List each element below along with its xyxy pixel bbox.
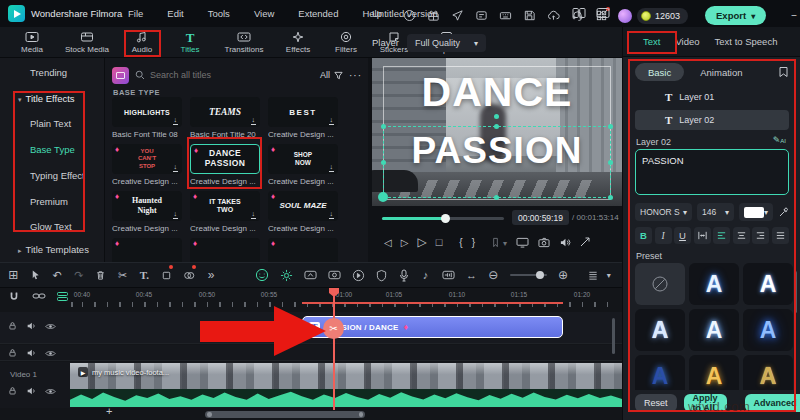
tab-titles[interactable]: T Titles <box>168 27 212 57</box>
tab-audio[interactable]: Audio <box>120 27 164 57</box>
template-partial[interactable] <box>112 238 182 262</box>
workspace-grid-icon[interactable] <box>8 266 19 284</box>
menu-file[interactable]: File <box>128 8 143 19</box>
menu-tools[interactable]: Tools <box>208 8 230 19</box>
selection-handle-large[interactable] <box>378 192 388 202</box>
template-you-cant-stop[interactable]: YOU CAN'T STOP Creative Design ... <box>112 144 182 186</box>
preset-none[interactable] <box>635 263 685 305</box>
font-size-select[interactable]: 146 <box>697 203 734 221</box>
download-icon[interactable] <box>173 116 179 125</box>
selection-handle[interactable] <box>608 124 613 129</box>
sync-status-icon[interactable] <box>402 8 417 23</box>
sidebar-item-title-templates[interactable]: ▸Title Templates <box>18 244 89 255</box>
tab-effects[interactable]: Effects <box>276 27 320 57</box>
preset-style[interactable]: A <box>689 263 739 305</box>
previous-frame-button[interactable] <box>384 237 392 248</box>
hide-track-icon[interactable] <box>45 321 56 331</box>
export-button[interactable]: Export <box>705 6 766 25</box>
mark-in-button[interactable] <box>459 237 462 248</box>
auto-ripple-icon[interactable] <box>56 291 69 302</box>
selection-handle[interactable] <box>494 195 499 200</box>
fullscreen-button[interactable] <box>580 237 590 247</box>
sidebar-item-premium[interactable]: Premium <box>30 196 68 207</box>
gift-icon[interactable] <box>426 8 441 23</box>
crop-icon[interactable] <box>161 266 172 284</box>
undo-icon[interactable] <box>52 266 63 284</box>
download-icon[interactable] <box>173 210 179 219</box>
tab-stock-media[interactable]: Stock Media <box>58 27 116 57</box>
lock-icon[interactable] <box>8 321 17 331</box>
user-avatar[interactable] <box>618 9 632 23</box>
add-text-icon[interactable] <box>139 266 150 284</box>
selection-handle[interactable] <box>381 160 386 165</box>
timeline-vertical-scrollbar[interactable] <box>612 318 615 354</box>
template-partial[interactable] <box>268 238 338 262</box>
voiceover-mic-icon[interactable] <box>398 266 409 284</box>
download-icon[interactable] <box>329 210 335 219</box>
cloud-upload-icon[interactable] <box>546 8 561 23</box>
selection-text-box[interactable] <box>383 126 611 198</box>
subtab-basic[interactable]: Basic <box>635 63 684 81</box>
seek-slider[interactable] <box>382 217 504 220</box>
seek-knob[interactable] <box>441 214 450 223</box>
layer-text-input[interactable]: PASSION <box>635 149 789 195</box>
track-height-chevron-icon[interactable] <box>603 266 614 284</box>
reset-button[interactable]: Reset <box>635 394 677 412</box>
preset-style[interactable]: A <box>635 309 685 351</box>
preset-style[interactable]: A <box>689 309 739 351</box>
letter-spacing-button[interactable] <box>694 227 711 244</box>
timeline-zoom-slider[interactable] <box>510 274 547 276</box>
align-right-button[interactable] <box>752 227 769 244</box>
download-icon[interactable] <box>329 116 335 125</box>
next-frame-button[interactable] <box>401 237 409 248</box>
tab-video[interactable]: Video <box>675 36 699 47</box>
delete-icon[interactable] <box>95 266 106 284</box>
italic-button[interactable]: I <box>655 227 672 244</box>
select-cursor-icon[interactable] <box>30 266 41 284</box>
playhead[interactable] <box>333 288 335 410</box>
more-tools-icon[interactable] <box>206 266 217 284</box>
zoom-slider-knob[interactable] <box>536 271 544 279</box>
keyboard-shortcut-icon[interactable] <box>498 8 513 23</box>
hide-track-icon[interactable] <box>45 386 56 396</box>
snap-magnet-icon[interactable] <box>8 291 20 303</box>
bold-button[interactable]: B <box>635 227 652 244</box>
preset-style[interactable]: A <box>743 309 793 351</box>
scroll-handle[interactable] <box>207 412 212 417</box>
promote-icon[interactable] <box>450 8 465 23</box>
template-basic-font-08[interactable]: HIGHLIGHTS Basic Font Title 08 <box>112 97 182 139</box>
font-family-select[interactable]: HONOR S <box>635 203 692 221</box>
volume-button[interactable] <box>559 237 571 248</box>
ai-edit-pencil-icon[interactable]: ✎AI <box>773 135 786 145</box>
subtab-animation[interactable]: Animation <box>700 67 742 78</box>
motion-tracking-icon[interactable] <box>280 266 293 284</box>
filter-all-dropdown[interactable]: All <box>320 70 343 80</box>
split-scissors-icon[interactable] <box>117 266 128 284</box>
underline-button[interactable]: U <box>674 227 691 244</box>
rotate-handle[interactable] <box>494 114 499 119</box>
download-icon[interactable] <box>251 116 257 125</box>
template-soul-maze[interactable]: SOUL MAZE Creative Design ... <box>268 191 338 233</box>
template-partial[interactable] <box>190 238 260 262</box>
save-icon[interactable] <box>522 8 537 23</box>
audio-clip-icon[interactable] <box>442 266 455 284</box>
tab-media[interactable]: Media <box>10 27 54 57</box>
template-creative-1[interactable]: BEST Creative Design ... <box>268 97 338 139</box>
search-input[interactable] <box>150 70 250 80</box>
align-center-button[interactable] <box>733 227 750 244</box>
align-left-button[interactable] <box>713 227 730 244</box>
stop-button[interactable] <box>436 236 443 248</box>
redo-icon[interactable] <box>73 266 84 284</box>
audio-stretch-icon[interactable] <box>420 266 431 284</box>
preset-style[interactable]: A <box>743 263 793 305</box>
font-color-select[interactable] <box>739 203 773 221</box>
selection-handle[interactable] <box>608 195 613 200</box>
zoom-to-fit-icon[interactable] <box>466 266 477 284</box>
quality-select[interactable]: Full Quality <box>407 34 486 52</box>
sidebar-item-glow-text[interactable]: Glow Text <box>30 221 72 232</box>
zoom-in-icon[interactable] <box>558 266 569 284</box>
sidebar-item-title-effects[interactable]: ▾Title Effects <box>18 93 75 104</box>
split-screen-icon[interactable] <box>572 7 586 19</box>
download-icon[interactable] <box>329 163 335 172</box>
tab-filters[interactable]: Filters <box>324 27 368 57</box>
